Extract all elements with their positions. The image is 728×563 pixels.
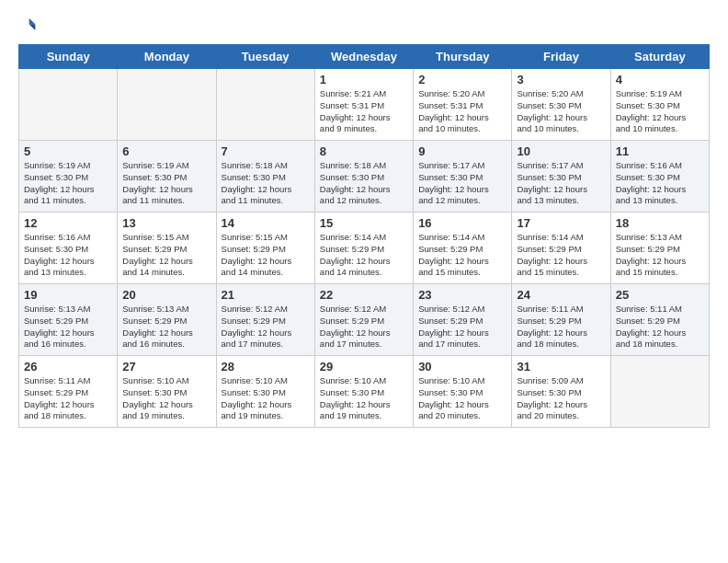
day-info: Sunrise: 5:12 AM Sunset: 5:29 PM Dayligh…	[418, 304, 506, 350]
day-info: Sunrise: 5:11 AM Sunset: 5:29 PM Dayligh…	[616, 304, 704, 350]
day-info: Sunrise: 5:18 AM Sunset: 5:30 PM Dayligh…	[222, 160, 310, 207]
calendar-cell: 28Sunrise: 5:10 AM Sunset: 5:30 PM Dayli…	[216, 356, 314, 428]
day-info: Sunrise: 5:10 AM Sunset: 5:30 PM Dayligh…	[122, 375, 210, 422]
day-number: 6	[122, 144, 210, 158]
day-number: 18	[616, 216, 704, 230]
calendar-cell: 24Sunrise: 5:11 AM Sunset: 5:29 PM Dayli…	[512, 284, 610, 356]
day-number: 21	[222, 288, 310, 302]
day-info: Sunrise: 5:15 AM Sunset: 5:29 PM Dayligh…	[222, 232, 310, 279]
day-number: 16	[418, 216, 506, 230]
calendar-cell: 11Sunrise: 5:16 AM Sunset: 5:30 PM Dayli…	[610, 141, 709, 213]
calendar-day-header: Monday	[118, 45, 216, 69]
calendar-day-header: Thursday	[414, 45, 512, 69]
calendar-week-row: 26Sunrise: 5:11 AM Sunset: 5:29 PM Dayli…	[19, 356, 710, 428]
calendar-cell: 10Sunrise: 5:17 AM Sunset: 5:30 PM Dayli…	[512, 141, 610, 213]
calendar-cell: 23Sunrise: 5:12 AM Sunset: 5:29 PM Dayli…	[414, 284, 512, 356]
day-info: Sunrise: 5:11 AM Sunset: 5:29 PM Dayligh…	[24, 375, 112, 422]
day-number: 1	[320, 73, 408, 86]
day-info: Sunrise: 5:10 AM Sunset: 5:30 PM Dayligh…	[320, 375, 408, 422]
day-number: 27	[122, 360, 210, 373]
calendar-cell: 18Sunrise: 5:13 AM Sunset: 5:29 PM Dayli…	[610, 213, 709, 284]
day-info: Sunrise: 5:11 AM Sunset: 5:29 PM Dayligh…	[517, 304, 605, 350]
day-info: Sunrise: 5:10 AM Sunset: 5:30 PM Dayligh…	[222, 375, 310, 422]
calendar-cell: 19Sunrise: 5:13 AM Sunset: 5:29 PM Dayli…	[19, 284, 118, 356]
calendar-day-header: Sunday	[19, 45, 118, 69]
day-info: Sunrise: 5:14 AM Sunset: 5:29 PM Dayligh…	[320, 232, 408, 279]
day-number: 17	[517, 216, 605, 230]
day-number: 19	[24, 288, 112, 302]
day-number: 5	[24, 144, 112, 158]
calendar-cell: 29Sunrise: 5:10 AM Sunset: 5:30 PM Dayli…	[314, 356, 413, 428]
day-info: Sunrise: 5:16 AM Sunset: 5:30 PM Dayligh…	[616, 160, 704, 207]
day-info: Sunrise: 5:13 AM Sunset: 5:29 PM Dayligh…	[24, 304, 112, 350]
day-number: 31	[517, 360, 605, 373]
calendar-day-header: Saturday	[610, 45, 709, 69]
calendar-cell: 4Sunrise: 5:19 AM Sunset: 5:30 PM Daylig…	[610, 69, 709, 141]
logo-icon	[18, 17, 37, 35]
calendar-cell: 26Sunrise: 5:11 AM Sunset: 5:29 PM Dayli…	[19, 356, 118, 428]
calendar-cell	[19, 69, 118, 141]
calendar-cell: 6Sunrise: 5:19 AM Sunset: 5:30 PM Daylig…	[118, 141, 216, 213]
svg-marker-1	[29, 24, 36, 30]
calendar-cell: 9Sunrise: 5:17 AM Sunset: 5:30 PM Daylig…	[414, 141, 512, 213]
day-number: 8	[320, 144, 408, 158]
day-number: 30	[418, 360, 506, 373]
page: SundayMondayTuesdayWednesdayThursdayFrid…	[0, 0, 728, 563]
day-number: 11	[616, 144, 704, 158]
day-info: Sunrise: 5:10 AM Sunset: 5:30 PM Dayligh…	[418, 375, 506, 422]
calendar-cell: 8Sunrise: 5:18 AM Sunset: 5:30 PM Daylig…	[314, 141, 413, 213]
calendar-week-row: 1Sunrise: 5:21 AM Sunset: 5:31 PM Daylig…	[19, 69, 710, 141]
day-number: 10	[517, 144, 605, 158]
calendar-day-header: Tuesday	[216, 45, 314, 69]
calendar-cell: 12Sunrise: 5:16 AM Sunset: 5:30 PM Dayli…	[19, 213, 118, 284]
day-number: 12	[24, 216, 112, 230]
day-info: Sunrise: 5:14 AM Sunset: 5:29 PM Dayligh…	[418, 232, 506, 279]
calendar-table: SundayMondayTuesdayWednesdayThursdayFrid…	[18, 44, 710, 428]
logo	[18, 17, 40, 35]
svg-marker-0	[29, 18, 36, 25]
calendar-cell: 16Sunrise: 5:14 AM Sunset: 5:29 PM Dayli…	[414, 213, 512, 284]
calendar-cell: 31Sunrise: 5:09 AM Sunset: 5:30 PM Dayli…	[512, 356, 610, 428]
calendar-cell: 3Sunrise: 5:20 AM Sunset: 5:30 PM Daylig…	[512, 69, 610, 141]
calendar-cell: 5Sunrise: 5:19 AM Sunset: 5:30 PM Daylig…	[19, 141, 118, 213]
calendar-day-header: Wednesday	[314, 45, 413, 69]
day-number: 2	[418, 73, 506, 86]
day-number: 22	[320, 288, 408, 302]
day-info: Sunrise: 5:18 AM Sunset: 5:30 PM Dayligh…	[320, 160, 408, 207]
day-info: Sunrise: 5:17 AM Sunset: 5:30 PM Dayligh…	[418, 160, 506, 207]
day-number: 3	[517, 73, 605, 86]
calendar-cell: 21Sunrise: 5:12 AM Sunset: 5:29 PM Dayli…	[216, 284, 314, 356]
day-info: Sunrise: 5:19 AM Sunset: 5:30 PM Dayligh…	[122, 160, 210, 207]
calendar-cell	[610, 356, 709, 428]
calendar-cell: 22Sunrise: 5:12 AM Sunset: 5:29 PM Dayli…	[314, 284, 413, 356]
calendar-week-row: 12Sunrise: 5:16 AM Sunset: 5:30 PM Dayli…	[19, 213, 710, 284]
calendar-cell: 7Sunrise: 5:18 AM Sunset: 5:30 PM Daylig…	[216, 141, 314, 213]
day-number: 24	[517, 288, 605, 302]
day-info: Sunrise: 5:12 AM Sunset: 5:29 PM Dayligh…	[222, 304, 310, 350]
calendar-cell: 27Sunrise: 5:10 AM Sunset: 5:30 PM Dayli…	[118, 356, 216, 428]
day-number: 4	[616, 73, 704, 86]
calendar-cell: 1Sunrise: 5:21 AM Sunset: 5:31 PM Daylig…	[314, 69, 413, 141]
day-info: Sunrise: 5:19 AM Sunset: 5:30 PM Dayligh…	[616, 88, 704, 135]
day-number: 20	[122, 288, 210, 302]
day-info: Sunrise: 5:13 AM Sunset: 5:29 PM Dayligh…	[122, 304, 210, 350]
day-number: 29	[320, 360, 408, 373]
day-info: Sunrise: 5:20 AM Sunset: 5:31 PM Dayligh…	[418, 88, 506, 135]
day-info: Sunrise: 5:14 AM Sunset: 5:29 PM Dayligh…	[517, 232, 605, 279]
day-info: Sunrise: 5:20 AM Sunset: 5:30 PM Dayligh…	[517, 88, 605, 135]
day-info: Sunrise: 5:21 AM Sunset: 5:31 PM Dayligh…	[320, 88, 408, 135]
day-info: Sunrise: 5:13 AM Sunset: 5:29 PM Dayligh…	[616, 232, 704, 279]
calendar-cell: 30Sunrise: 5:10 AM Sunset: 5:30 PM Dayli…	[414, 356, 512, 428]
calendar-cell: 15Sunrise: 5:14 AM Sunset: 5:29 PM Dayli…	[314, 213, 413, 284]
day-number: 28	[222, 360, 310, 373]
day-number: 23	[418, 288, 506, 302]
calendar-cell: 17Sunrise: 5:14 AM Sunset: 5:29 PM Dayli…	[512, 213, 610, 284]
day-number: 9	[418, 144, 506, 158]
day-number: 25	[616, 288, 704, 302]
day-info: Sunrise: 5:17 AM Sunset: 5:30 PM Dayligh…	[517, 160, 605, 207]
calendar-header-row: SundayMondayTuesdayWednesdayThursdayFrid…	[19, 45, 710, 69]
calendar-cell: 20Sunrise: 5:13 AM Sunset: 5:29 PM Dayli…	[118, 284, 216, 356]
calendar-day-header: Friday	[512, 45, 610, 69]
calendar-cell: 2Sunrise: 5:20 AM Sunset: 5:31 PM Daylig…	[414, 69, 512, 141]
day-info: Sunrise: 5:09 AM Sunset: 5:30 PM Dayligh…	[517, 375, 605, 422]
